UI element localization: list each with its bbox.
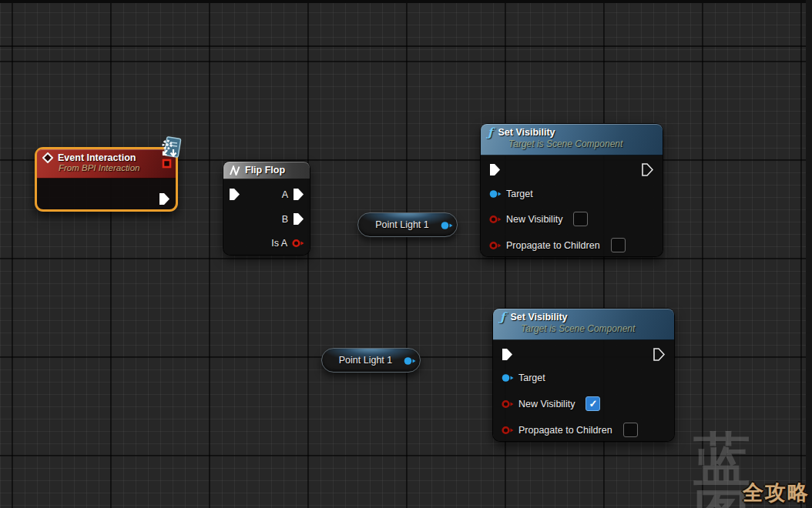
setvis1-node-header[interactable]: ƒ Set Visibility Target is Scene Compone… (481, 124, 663, 155)
flipflop-node-header[interactable]: Flip Flop (223, 162, 310, 179)
exec-out-pin[interactable] (642, 163, 653, 176)
setvis1-node-subtitle: Target is Scene Component (508, 139, 663, 149)
flipflop-node-title: Flip Flop (245, 165, 285, 175)
pin-label-new-visibility: New Visibility (506, 214, 562, 225)
watermark-badge: 全攻略 (743, 479, 810, 506)
pin-label-propagate: Propagate to Children (506, 240, 600, 251)
blueprint-graph-canvas[interactable]: Event Interaction From BPI Interaction F… (0, 0, 812, 508)
node-set-visibility-2[interactable]: ƒ Set Visibility Target is Scene Compone… (493, 309, 674, 441)
pin-label-target: Target (518, 373, 545, 383)
node-flip-flop[interactable]: Flip Flop A B Is A (223, 162, 310, 255)
pin-label-b: B (282, 214, 288, 225)
exec-out-pin[interactable] (159, 192, 170, 206)
exec-out-pin[interactable] (653, 348, 665, 361)
bool-pin-new-visibility[interactable] (489, 215, 502, 224)
pointlight-a-label: Point Light 1 (375, 219, 429, 230)
interface-event-badge-icon (158, 136, 183, 161)
new-visibility-checkbox[interactable]: ✓ (573, 212, 588, 226)
node-set-visibility-1[interactable]: ƒ Set Visibility Target is Scene Compone… (481, 124, 663, 256)
propagate-checkbox[interactable]: ✓ (623, 423, 638, 437)
pin-label-target: Target (506, 189, 533, 199)
exec-in-pin[interactable] (229, 188, 240, 201)
setvis1-node-title: Set Visibility (498, 127, 555, 138)
graph-grid (0, 0, 812, 508)
node-point-light-1-getter-a[interactable]: Point Light 1 (357, 212, 458, 237)
exec-out-pin-a[interactable] (293, 188, 304, 201)
function-f-icon: ƒ (500, 312, 505, 323)
pointlight-b-label: Point Light 1 (339, 355, 393, 366)
pin-label-a: A (282, 189, 288, 200)
bool-pin-propagate[interactable] (489, 241, 502, 250)
exec-in-pin[interactable] (502, 348, 513, 361)
pin-label-new-visibility: New Visibility (518, 399, 575, 409)
pin-label-propagate: Propagate to Children (518, 425, 612, 436)
setvis2-node-header[interactable]: ƒ Set Visibility Target is Scene Compone… (493, 309, 674, 340)
flipflop-zigzag-icon (229, 165, 240, 175)
object-out-pin[interactable] (404, 356, 416, 366)
top-edge-bar (0, 0, 812, 3)
target-object-pin[interactable] (502, 373, 514, 383)
event-node-header[interactable]: Event Interaction From BPI Interaction (37, 149, 176, 179)
event-node-title: Event Interaction (58, 152, 136, 163)
node-point-light-1-getter-b[interactable]: Point Light 1 (321, 348, 421, 373)
bool-pin-new-visibility[interactable] (502, 399, 514, 409)
object-out-pin[interactable] (441, 221, 453, 230)
setvis2-node-subtitle: Target is Scene Component (521, 323, 674, 334)
new-visibility-checkbox[interactable]: ✓ (586, 396, 600, 411)
event-node-subtitle: From BPI Interaction (59, 163, 176, 172)
pin-label-is-a: Is A (271, 238, 287, 249)
node-event-interaction[interactable]: Event Interaction From BPI Interaction (35, 147, 178, 212)
target-object-pin[interactable] (489, 189, 502, 199)
function-f-icon: ƒ (488, 127, 492, 138)
check-icon: ✓ (589, 398, 597, 409)
exec-in-pin[interactable] (489, 163, 501, 176)
exec-out-pin-b[interactable] (293, 212, 304, 226)
event-diamond-icon (42, 152, 53, 163)
propagate-checkbox[interactable]: ✓ (611, 238, 626, 252)
setvis2-node-title: Set Visibility (510, 312, 567, 323)
bool-pin-propagate[interactable] (502, 426, 514, 435)
bool-out-pin-is-a[interactable] (292, 239, 304, 248)
